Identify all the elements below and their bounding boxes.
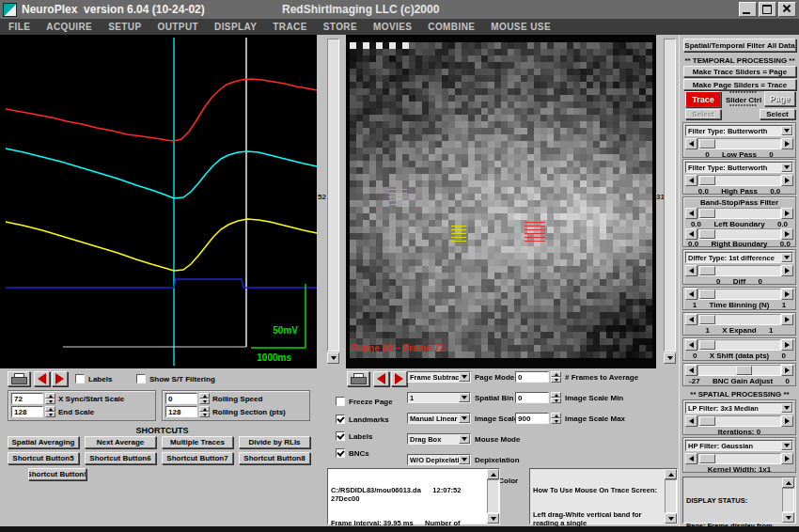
high-pass-slider[interactable] — [685, 175, 793, 186]
menu-store[interactable]: STORE — [323, 22, 357, 32]
next-trace-button[interactable] — [52, 371, 68, 386]
image-y-scrollbar[interactable] — [664, 39, 676, 352]
image-scale-dropdown[interactable]: Manual Linear — [407, 413, 471, 424]
rolling-speed-spinner[interactable] — [199, 393, 210, 404]
shortcut-button8[interactable]: Shortcut Button8 — [239, 452, 310, 464]
depixelation-dropdown[interactable]: W/O Depixelation — [407, 454, 471, 465]
slider-left-arrow[interactable] — [685, 175, 697, 186]
filter-all-data-button[interactable]: Spatial/Temporal Filter All Data — [683, 39, 796, 52]
labels-checkbox[interactable] — [75, 374, 85, 383]
slider-right-arrow[interactable] — [781, 314, 793, 325]
x-shift-slider[interactable] — [685, 339, 793, 351]
slider-thumb[interactable] — [699, 209, 715, 218]
rolling-section-spinner[interactable] — [199, 406, 210, 417]
info-scrollbar[interactable] — [487, 479, 499, 513]
shortcut-next-average[interactable]: Next Average — [85, 436, 156, 448]
menu-output[interactable]: OUTPUT — [158, 22, 199, 32]
slider-thumb[interactable] — [699, 315, 715, 324]
left-boundary-slider[interactable] — [685, 208, 793, 219]
slider-left-arrow[interactable] — [685, 314, 697, 325]
bnc-gain-slider[interactable] — [685, 365, 793, 376]
menu-acquire[interactable]: ACQUIRE — [46, 22, 92, 32]
print-image-button[interactable] — [347, 371, 369, 386]
freeze-page-checkbox[interactable] — [336, 397, 345, 406]
print-trace-button[interactable] — [8, 371, 30, 386]
page-mode-dropdown[interactable]: Frame Subtraction — [407, 371, 471, 383]
landmarks-checkbox[interactable] — [336, 415, 345, 424]
image-labels-checkbox[interactable] — [336, 431, 345, 441]
slider-track[interactable] — [697, 289, 781, 300]
info-scroll-up-button[interactable] — [487, 469, 499, 479]
end-scale-input[interactable]: 128 — [11, 406, 43, 417]
menu-mouse-use[interactable]: MOUSE USE — [491, 22, 551, 32]
slider-track[interactable] — [697, 228, 781, 240]
image-scroll-down-button[interactable] — [664, 352, 676, 364]
hp-kernel-slider[interactable] — [685, 453, 793, 464]
minimize-button[interactable] — [739, 2, 757, 17]
shortcut-divide-by-rlis[interactable]: Divide by RLIs — [239, 436, 310, 448]
slider-track[interactable] — [697, 453, 781, 464]
slider-left-arrow[interactable] — [685, 339, 697, 351]
slider-right-arrow[interactable] — [781, 339, 793, 351]
slider-left-arrow[interactable] — [685, 289, 697, 300]
slider-left-arrow[interactable] — [685, 453, 697, 464]
slider-right-arrow[interactable] — [781, 365, 793, 376]
slider-thumb[interactable] — [699, 289, 715, 299]
slider-left-arrow[interactable] — [685, 138, 697, 149]
slider-thumb[interactable] — [699, 266, 715, 275]
slider-right-arrow[interactable] — [781, 265, 793, 276]
shortcut-multiple-traces[interactable]: Multiple Traces — [162, 436, 233, 448]
x-sync-input[interactable]: 72 — [11, 393, 43, 404]
landmark-box-red[interactable] — [525, 219, 545, 242]
make-trace-sliders-button[interactable]: Make Trace Sliders = Page — [683, 66, 796, 77]
menu-display[interactable]: DISPLAY — [214, 22, 257, 32]
dropdown-arrow-icon[interactable] — [781, 441, 792, 450]
trace-screen[interactable]: 50mV 1000ms — [0, 35, 317, 368]
make-page-sliders-button[interactable]: Make Page Sliders = Trace — [683, 79, 796, 90]
menu-file[interactable]: FILE — [8, 22, 30, 32]
slider-right-arrow[interactable] — [781, 175, 793, 186]
mouse-mode-dropdown[interactable]: Drag Box — [407, 433, 471, 445]
dropdown-arrow-icon[interactable] — [781, 163, 792, 172]
trace-mode-button[interactable]: Trace — [685, 91, 721, 107]
menu-movies[interactable]: MOVIES — [373, 22, 412, 32]
shortcut-button7[interactable]: Shortcut Button7 — [162, 452, 233, 464]
trace-scroll-down-button[interactable] — [327, 352, 339, 364]
slider-thumb[interactable] — [699, 176, 715, 185]
landmark-box-yellow[interactable] — [451, 226, 466, 242]
slider-right-arrow[interactable] — [781, 289, 793, 300]
diff-slider[interactable] — [685, 265, 793, 276]
close-button[interactable] — [778, 2, 796, 17]
slider-thumb[interactable] — [699, 229, 715, 239]
slider-thumb[interactable] — [699, 340, 715, 350]
hp-filter-dropdown[interactable]: HP Filter: Gaussian — [685, 440, 793, 451]
slider-thumb[interactable] — [699, 139, 715, 149]
slider-left-arrow[interactable] — [685, 265, 697, 276]
status-scrollbar[interactable] — [782, 488, 794, 512]
slider-track[interactable] — [697, 339, 781, 351]
next-frame-button[interactable] — [391, 371, 407, 386]
dropdown-arrow-icon[interactable] — [781, 126, 792, 135]
lp-filter-dropdown[interactable]: LP Filter: 3x3 Median — [685, 402, 793, 414]
right-boundary-slider[interactable] — [685, 228, 793, 240]
slider-left-arrow[interactable] — [685, 208, 697, 219]
prev-trace-button[interactable] — [34, 371, 50, 386]
shortcut-spatial-averaging[interactable]: Spatial Averaging — [8, 436, 79, 448]
time-binning-slider[interactable] — [685, 289, 793, 300]
slider-track[interactable] — [697, 314, 781, 325]
status-scroll-down-button[interactable] — [782, 512, 794, 523]
differ-type-dropdown[interactable]: Differ Type: 1st difference — [685, 252, 793, 263]
slider-thumb[interactable] — [699, 454, 715, 463]
slider-thumb[interactable] — [736, 366, 752, 375]
shortcut-button5[interactable]: Shortcut Button5 — [8, 452, 79, 464]
dropdown-arrow-icon[interactable] — [459, 414, 470, 423]
rolling-section-input[interactable]: 128 — [165, 406, 197, 417]
end-scale-spinner[interactable] — [45, 406, 55, 417]
low-pass-slider[interactable] — [685, 138, 793, 149]
slider-left-arrow[interactable] — [685, 365, 697, 376]
slider-track[interactable] — [697, 208, 781, 219]
slider-thumb[interactable] — [699, 416, 715, 426]
frames-to-average-input[interactable]: 0 — [515, 371, 549, 383]
slider-right-arrow[interactable] — [781, 453, 793, 464]
landmark-box-cyan[interactable] — [388, 186, 407, 205]
